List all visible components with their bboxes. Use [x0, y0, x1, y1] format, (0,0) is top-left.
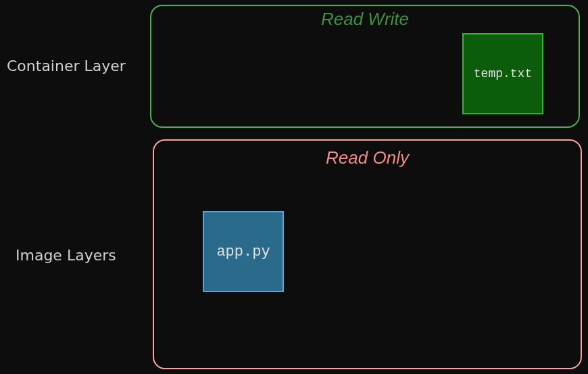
- file-temp-txt: temp.txt: [462, 33, 543, 114]
- read-only-layer-box: Read Only app.py: [153, 139, 582, 369]
- file-label: app.py: [216, 243, 270, 260]
- read-write-layer-box: Read Write temp.txt: [150, 5, 580, 128]
- file-label: temp.txt: [474, 67, 532, 80]
- image-layers-label: Image Layers: [16, 247, 116, 264]
- file-app-py: app.py: [203, 211, 284, 292]
- read-write-title: Read Write: [321, 9, 409, 30]
- read-only-title: Read Only: [326, 147, 409, 168]
- container-layer-label: Container Layer: [7, 57, 126, 74]
